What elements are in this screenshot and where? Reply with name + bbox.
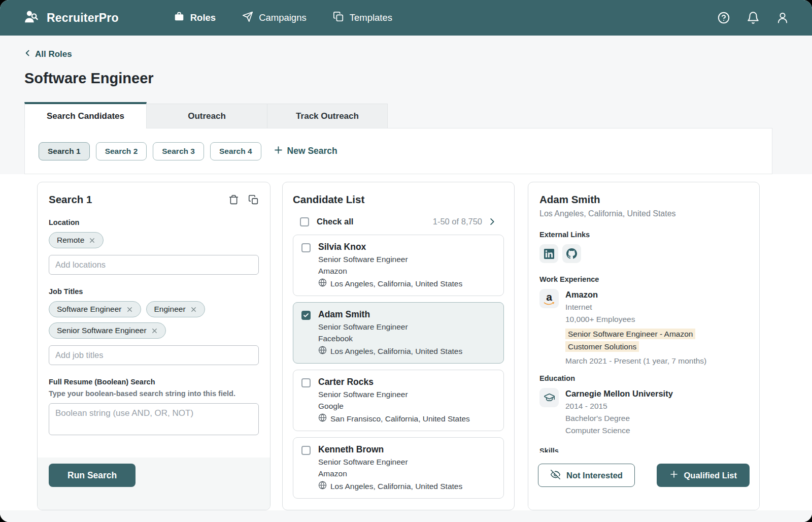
job-titles-label: Job Titles	[49, 287, 259, 296]
nav-right	[717, 11, 790, 25]
top-navbar: RecruiterPro Roles Campaigns	[0, 0, 812, 36]
boolean-search-label: Full Resume (Boolean) Search	[49, 378, 259, 386]
tag-label: Software Engineer	[57, 305, 122, 314]
tag-label: Remote	[57, 236, 84, 245]
candidate-checkbox[interactable]	[301, 446, 311, 455]
brand[interactable]: RecruiterPro	[22, 9, 119, 26]
candidate-company: Facebook	[318, 334, 462, 343]
work-experience-item: a Amazon Internet 10,000+ Employees S	[539, 289, 748, 366]
tab-search-candidates[interactable]: Search Candidates	[24, 102, 147, 128]
work-dates: March 2021 - Present (1 year, 7 months)	[565, 356, 724, 366]
profile-location: Los Angeles, California, United States	[539, 209, 748, 218]
globe-icon	[318, 413, 327, 424]
work-title-highlight: Senior Software Engineer - Amazon Custom…	[565, 329, 695, 352]
education-item: Carnegie Mellon University 2014 - 2015 B…	[539, 388, 748, 435]
candidate-company: Google	[318, 402, 470, 411]
search-pill-3[interactable]: Search 3	[153, 142, 204, 160]
candidate-name: Carter Rocks	[318, 377, 470, 387]
help-icon[interactable]	[717, 11, 731, 25]
duplicate-search-icon[interactable]	[248, 194, 259, 205]
candidate-card[interactable]: Carter Rocks Senior Software Engineer Go…	[293, 370, 504, 431]
check-all-checkbox[interactable]	[300, 217, 309, 226]
qualified-list-button[interactable]: Qualified List	[657, 464, 750, 487]
search-pill-4[interactable]: Search 4	[210, 142, 261, 160]
tag-label: Senior Software Engineer	[57, 326, 147, 335]
candidate-list-panel: Candidate List Check all 1-50 of 8,750	[282, 182, 515, 510]
github-icon[interactable]	[562, 244, 581, 263]
search-panel-title: Search 1	[49, 193, 92, 206]
breadcrumb-all-roles[interactable]: All Roles	[0, 36, 72, 60]
plus-icon	[669, 470, 679, 481]
nav-item-roles[interactable]: Roles	[174, 11, 216, 25]
new-search-button[interactable]: New Search	[274, 145, 337, 157]
user-icon[interactable]	[775, 11, 790, 25]
nav-item-campaigns[interactable]: Campaigns	[242, 11, 307, 25]
job-title-tag: Engineer	[146, 301, 205, 317]
add-job-titles-input[interactable]	[49, 345, 259, 365]
education-label: Education	[539, 374, 748, 382]
delete-search-icon[interactable]	[228, 194, 239, 205]
add-locations-input[interactable]	[49, 255, 259, 275]
amazon-logo-icon: a	[539, 289, 559, 308]
work-experience-label: Work Experience	[539, 275, 748, 283]
candidate-checkbox[interactable]	[301, 243, 311, 252]
candidate-title: Senior Software Engineer	[318, 322, 462, 332]
check-all-label: Check all	[317, 217, 353, 226]
candidate-cards: Silvia Knox Senior Software Engineer Ama…	[293, 235, 504, 499]
candidate-checkbox[interactable]	[301, 378, 311, 387]
bell-icon[interactable]	[746, 11, 760, 25]
remove-tag-icon[interactable]	[89, 237, 95, 244]
search-pill-1[interactable]: Search 1	[39, 142, 90, 160]
amazon-logo-letter: a	[546, 291, 552, 302]
location-tag: Remote	[49, 232, 104, 248]
nav-item-templates[interactable]: Templates	[333, 11, 392, 25]
candidate-company: Amazon	[318, 469, 462, 478]
external-links-label: External Links	[539, 231, 748, 239]
tab-bar: Search Candidates Outreach Track Outreac…	[24, 102, 812, 128]
tab-track-outreach[interactable]: Track Outreach	[267, 104, 388, 128]
job-title-tag: Software Engineer	[49, 301, 141, 317]
location-label: Location	[49, 218, 259, 226]
nav-item-label: Campaigns	[259, 12, 307, 23]
nav-item-label: Templates	[350, 12, 392, 23]
not-interested-button[interactable]: Not Interested	[538, 464, 635, 487]
candidate-name: Silvia Knox	[318, 242, 462, 252]
profile-footer: Not Interested Qualified List	[528, 452, 759, 510]
linkedin-icon[interactable]	[539, 244, 558, 263]
boolean-search-input[interactable]	[49, 403, 259, 435]
candidate-card-selected[interactable]: Adam Smith Senior Software Engineer Face…	[293, 302, 504, 364]
boolean-search-help: Type your boolean-based search string in…	[49, 389, 259, 398]
candidate-card[interactable]: Silvia Knox Senior Software Engineer Ama…	[293, 235, 504, 296]
page-title: Software Engineer	[24, 70, 812, 87]
graduation-cap-icon	[539, 388, 559, 407]
saved-searches-bar: Search 1 Search 2 Search 3 Search 4 New …	[24, 128, 772, 174]
next-page-icon[interactable]	[487, 217, 497, 226]
eye-off-icon	[550, 469, 561, 482]
send-icon	[242, 11, 253, 25]
candidate-location: Los Angeles, California, United States	[330, 482, 462, 491]
remove-tag-icon[interactable]	[126, 306, 133, 313]
candidate-location: Los Angeles, California, United States	[330, 279, 462, 288]
profile-name: Adam Smith	[539, 193, 748, 206]
app-window: RecruiterPro Roles Campaigns	[0, 0, 812, 522]
work-industry: Internet	[565, 303, 724, 312]
tab-outreach[interactable]: Outreach	[147, 104, 267, 128]
candidate-company: Amazon	[318, 267, 462, 276]
education-field: Computer Science	[565, 426, 673, 435]
run-search-button[interactable]: Run Search	[49, 464, 136, 487]
new-search-label: New Search	[287, 146, 337, 156]
candidate-location: Los Angeles, California, United States	[330, 347, 462, 356]
education-school: Carnegie Mellon University	[565, 389, 673, 399]
briefcase-icon	[174, 11, 185, 25]
education-years: 2014 - 2015	[565, 402, 673, 411]
qualified-list-label: Qualified List	[684, 471, 737, 480]
candidate-location: San Fransisco, California, United States	[330, 414, 470, 423]
candidate-profile-panel: Adam Smith Los Angeles, California, Unit…	[528, 182, 760, 510]
nav-items: Roles Campaigns Templates	[174, 11, 392, 25]
remove-tag-icon[interactable]	[151, 328, 158, 334]
search-pill-2[interactable]: Search 2	[96, 142, 147, 160]
remove-tag-icon[interactable]	[190, 306, 197, 313]
search-form-panel: Search 1	[37, 182, 270, 510]
candidate-checkbox[interactable]	[301, 311, 311, 320]
candidate-card[interactable]: Kenneth Brown Senior Software Engineer A…	[293, 437, 504, 499]
